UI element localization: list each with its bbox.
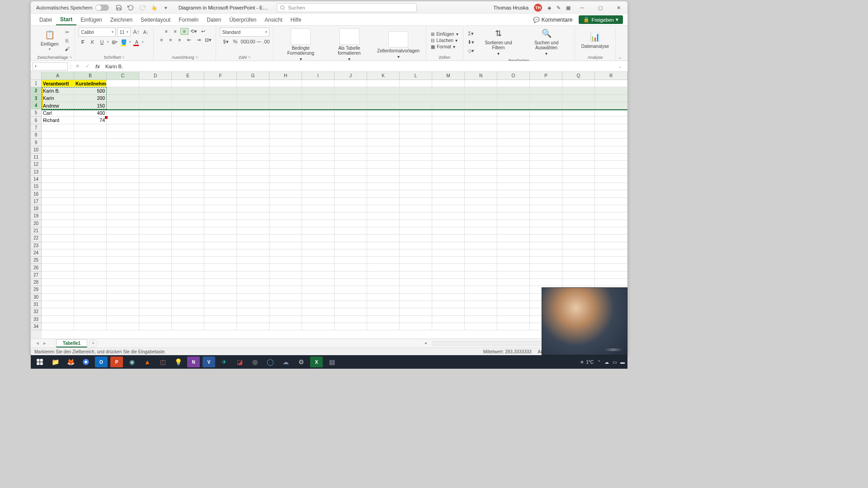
cell-H29[interactable]: [269, 286, 302, 293]
cell-P10[interactable]: [530, 146, 562, 154]
tab-daten[interactable]: Daten: [203, 15, 225, 25]
col-header-L[interactable]: L: [400, 72, 432, 80]
cell-B16[interactable]: [74, 190, 107, 197]
cell-D23[interactable]: [139, 242, 172, 249]
cell-C34[interactable]: [107, 323, 139, 330]
cell-E15[interactable]: [172, 183, 204, 190]
cell-J3[interactable]: [335, 95, 367, 102]
col-header-H[interactable]: H: [269, 72, 302, 80]
cell-J1[interactable]: [335, 80, 367, 87]
cell-E23[interactable]: [172, 242, 204, 249]
cell-H1[interactable]: [269, 80, 302, 87]
cell-H19[interactable]: [269, 212, 302, 220]
cell-I29[interactable]: [302, 286, 335, 293]
cell-K15[interactable]: [367, 183, 400, 190]
cell-J14[interactable]: [335, 176, 367, 183]
cell-A11[interactable]: [42, 154, 74, 161]
user-name[interactable]: Thomas Hruska: [493, 5, 528, 10]
cell-O33[interactable]: [497, 316, 530, 323]
cell-D33[interactable]: [139, 316, 172, 323]
cell-R8[interactable]: [595, 131, 627, 139]
maximize-button[interactable]: ▢: [594, 3, 607, 12]
cell-K28[interactable]: [367, 279, 400, 286]
cell-M11[interactable]: [432, 154, 465, 161]
cell-B15[interactable]: [74, 183, 107, 190]
cell-E19[interactable]: [172, 212, 204, 220]
cell-C10[interactable]: [107, 146, 139, 154]
cell-K4[interactable]: [367, 102, 400, 109]
cell-N21[interactable]: [465, 227, 497, 235]
cell-O9[interactable]: [497, 139, 530, 146]
cell-P21[interactable]: [530, 227, 562, 235]
sheet-tab-active[interactable]: Tabelle1: [56, 339, 87, 347]
cell-R2[interactable]: [595, 87, 627, 94]
cell-H24[interactable]: [269, 249, 302, 257]
cell-P19[interactable]: [530, 212, 562, 220]
accept-formula-icon[interactable]: ✓: [83, 62, 93, 70]
cell-H2[interactable]: [269, 87, 302, 94]
cell-M30[interactable]: [432, 294, 465, 301]
cell-K21[interactable]: [367, 227, 400, 235]
cell-I12[interactable]: [302, 161, 335, 168]
cell-E30[interactable]: [172, 294, 204, 301]
user-avatar[interactable]: TH: [534, 4, 542, 12]
cell-I22[interactable]: [302, 235, 335, 242]
cell-I2[interactable]: [302, 87, 335, 94]
cell-M21[interactable]: [432, 227, 465, 235]
cell-A20[interactable]: [42, 220, 74, 227]
cell-F5[interactable]: [204, 109, 237, 117]
cell-C25[interactable]: [107, 257, 139, 264]
cell-G27[interactable]: [237, 272, 269, 279]
cell-K9[interactable]: [367, 139, 400, 146]
row-header-30[interactable]: 30: [31, 294, 42, 301]
cell-N2[interactable]: [465, 87, 497, 94]
cell-M3[interactable]: [432, 95, 465, 102]
cell-I14[interactable]: [302, 176, 335, 183]
cell-M20[interactable]: [432, 220, 465, 227]
cell-N22[interactable]: [465, 235, 497, 242]
row-header-23[interactable]: 23: [31, 242, 42, 249]
cell-C17[interactable]: [107, 198, 139, 205]
orientation-icon[interactable]: ⟲▾: [190, 28, 198, 35]
cell-O16[interactable]: [497, 190, 530, 197]
cell-H5[interactable]: [269, 109, 302, 117]
cell-J20[interactable]: [335, 220, 367, 227]
sort-filter-button[interactable]: ⇅Sortieren und Filtern▾: [477, 28, 520, 57]
cell-R16[interactable]: [595, 190, 627, 197]
cell-G3[interactable]: [237, 95, 269, 102]
cell-P11[interactable]: [530, 154, 562, 161]
cell-M9[interactable]: [432, 139, 465, 146]
cell-M26[interactable]: [432, 264, 465, 271]
cell-G2[interactable]: [237, 87, 269, 94]
cell-N34[interactable]: [465, 323, 497, 330]
cell-C21[interactable]: [107, 227, 139, 235]
cell-Q6[interactable]: [562, 117, 595, 124]
cell-N28[interactable]: [465, 279, 497, 286]
cell-M17[interactable]: [432, 198, 465, 205]
cell-B28[interactable]: [74, 279, 107, 286]
cell-M29[interactable]: [432, 286, 465, 293]
qat-more-icon[interactable]: ▾: [162, 4, 170, 11]
cell-N8[interactable]: [465, 131, 497, 139]
comments-button[interactable]: 💬 Kommentare: [530, 16, 576, 24]
cell-F24[interactable]: [204, 249, 237, 257]
wrap-text-icon[interactable]: ↩: [199, 28, 208, 35]
cell-Q27[interactable]: [562, 272, 595, 279]
row-header-12[interactable]: 12: [31, 161, 42, 168]
app-icon-5[interactable]: ◯: [264, 357, 277, 367]
cell-K2[interactable]: [367, 87, 400, 94]
cell-B17[interactable]: [74, 198, 107, 205]
col-header-M[interactable]: M: [432, 72, 465, 80]
cell-P22[interactable]: [530, 235, 562, 242]
tab-zeichnen[interactable]: Zeichnen: [106, 15, 137, 25]
cell-N3[interactable]: [465, 95, 497, 102]
col-header-R[interactable]: R: [595, 72, 627, 80]
cell-H11[interactable]: [269, 154, 302, 161]
cell-L3[interactable]: [400, 95, 432, 102]
cell-L21[interactable]: [400, 227, 432, 235]
cell-N7[interactable]: [465, 124, 497, 131]
cell-F26[interactable]: [204, 264, 237, 271]
cell-I23[interactable]: [302, 242, 335, 249]
cell-B26[interactable]: [74, 264, 107, 271]
paste-button[interactable]: 📋 Einfügen ▾: [38, 29, 61, 52]
